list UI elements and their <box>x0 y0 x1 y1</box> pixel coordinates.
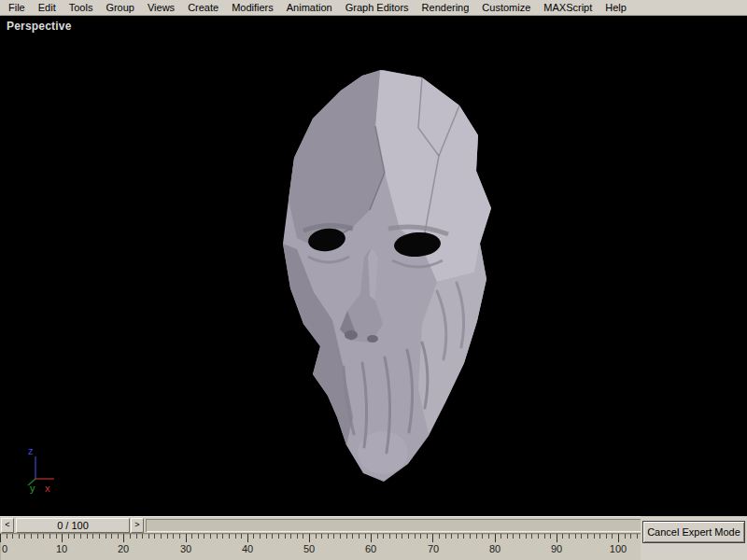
cancel-expert-mode-button[interactable]: Cancel Expert Mode <box>642 521 745 543</box>
trackbar-label-80: 80 <box>489 543 500 554</box>
menu-item-file[interactable]: File <box>2 1 32 15</box>
axis-x-label: x <box>45 483 50 494</box>
time-slider-thumb[interactable]: 0 / 100 <box>16 518 130 533</box>
menu-item-group[interactable]: Group <box>99 1 141 15</box>
mask-right-nostril <box>367 335 378 343</box>
time-slider-next-button[interactable]: > <box>131 518 144 533</box>
menu-item-maxscript[interactable]: MAXScript <box>537 1 599 15</box>
trackbar-label-30: 30 <box>180 543 191 554</box>
perspective-viewport[interactable]: Perspective <box>0 16 747 516</box>
trackbar-label-100: 100 <box>610 543 627 554</box>
menu-item-edit[interactable]: Edit <box>32 1 63 15</box>
menu-item-graph-editors[interactable]: Graph Editors <box>339 1 416 15</box>
menu-item-modifiers[interactable]: Modifiers <box>225 1 280 15</box>
axis-y-label: y <box>30 483 35 494</box>
menu-item-views[interactable]: Views <box>141 1 181 15</box>
trackbar-label-0: 0 <box>2 543 7 554</box>
menu-item-help[interactable]: Help <box>599 1 633 15</box>
track-bar[interactable]: 0 10 20 30 40 50 60 70 80 90 100 <box>0 533 747 560</box>
mask-model[interactable] <box>0 16 747 516</box>
time-slider-prev-button[interactable]: < <box>1 518 14 533</box>
mask-left-nostril <box>345 330 358 340</box>
menu-item-customize[interactable]: Customize <box>475 1 537 15</box>
trackbar-label-60: 60 <box>365 543 376 554</box>
trackbar-label-50: 50 <box>303 543 315 554</box>
trackbar-label-10: 10 <box>56 543 67 554</box>
app-window: { "menu": { "items": [ {"label": "File"}… <box>0 0 747 560</box>
trackbar-label-90: 90 <box>551 543 562 554</box>
trackbar-major-ticks <box>0 534 641 542</box>
bottom-right-panel: Cancel Expert Mode <box>641 516 747 560</box>
menu-item-tools[interactable]: Tools <box>63 1 100 15</box>
time-slider-row: < 0 / 100 > <box>0 516 747 533</box>
menu-item-create[interactable]: Create <box>181 1 225 15</box>
trackbar-label-70: 70 <box>428 543 439 554</box>
menu-item-rendering[interactable]: Rendering <box>416 1 476 15</box>
axis-tripod: z y x <box>21 445 80 496</box>
menu-item-animation[interactable]: Animation <box>280 1 339 15</box>
trackbar-label-20: 20 <box>118 543 129 554</box>
axis-z-label: z <box>28 445 34 456</box>
trackbar-label-40: 40 <box>242 543 253 554</box>
menu-bar: File Edit Tools Group Views Create Modif… <box>0 0 747 16</box>
